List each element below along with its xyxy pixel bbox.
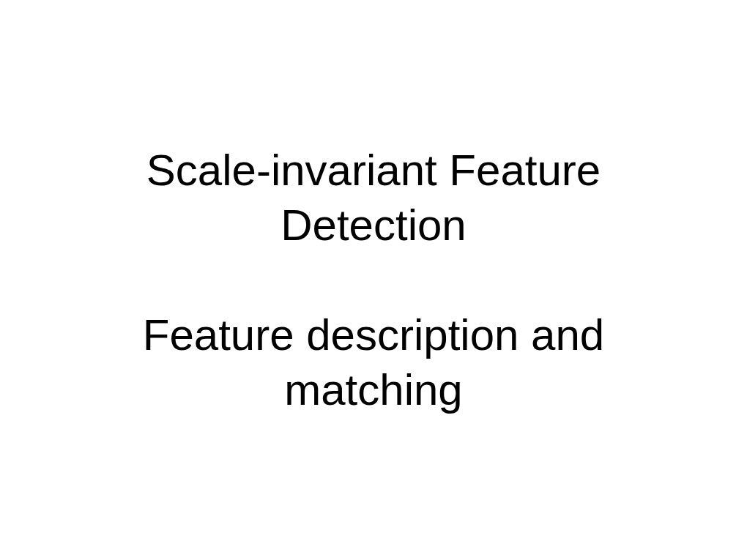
- title-line-1: Scale-invariant Feature: [59, 143, 688, 198]
- subtitle-line-1: Feature description and: [59, 307, 688, 362]
- title-line-2: Detection: [59, 198, 688, 253]
- slide-content: Scale-invariant Feature Detection Featur…: [0, 143, 747, 417]
- subtitle-line-2: matching: [59, 362, 688, 417]
- title-block: Scale-invariant Feature Detection: [59, 143, 688, 253]
- subtitle-block: Feature description and matching: [59, 307, 688, 417]
